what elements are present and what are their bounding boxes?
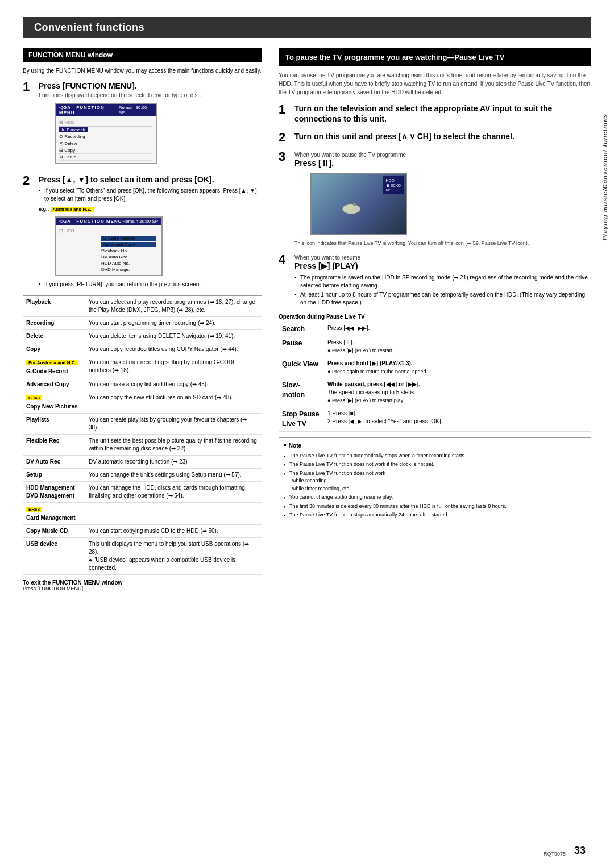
right-step-3-sublabel: When you want to pause the TV programme (294, 152, 406, 158)
eg-badge: Australia and N.Z. (51, 207, 94, 212)
op-desc-slowmotion: While paused, press [◀◀] or [▶▶].The spe… (324, 378, 591, 407)
func-desc-flexrec: The unit sets the best possible picture … (85, 435, 262, 456)
right-step-4-bullets: The programme is saved on the HDD in SP … (294, 274, 591, 307)
step-2-bullet-2-list: If you press [RETURN], you can return to… (39, 281, 262, 289)
note-list: The Pause Live TV function automatically… (284, 452, 586, 519)
op-row-slowmotion: Slow-motion While paused, press [◀◀] or … (279, 378, 591, 407)
step-2: 2 Press [▲, ▼] to select an item and pre… (23, 174, 262, 290)
right-step-4-bullet-2: At least 1 hour up to 8 hours of TV prog… (294, 291, 591, 307)
func-label-delete: Delete (23, 330, 85, 343)
func-desc-gcode: You can make timer recording setting by … (85, 356, 262, 378)
right-step-3-header: 3 When you want to pause the TV programm… (279, 151, 591, 168)
screen2-row-dvauto: DV Auto Rec (59, 254, 158, 260)
note-item-1: The Pause Live TV function automatically… (284, 452, 586, 460)
op-label-search: Search (279, 322, 324, 336)
func-row-gcode: For Australia and N.Z. G-Code Record You… (23, 356, 262, 378)
func-desc-copynew: You can copy the new still pictures on a… (85, 391, 262, 414)
op-label-pause: Pause (279, 336, 324, 357)
screen-1-header: ◁GA FUNCTION MENU Remain 30:00 SP (56, 104, 156, 116)
step-2-number: 2 (23, 174, 35, 187)
eg-label: e.g., (39, 206, 51, 212)
tv-screen: HDD ⏸ 00:00 SP (310, 173, 407, 235)
page-wrapper: Convenient functions FUNCTION MENU windo… (0, 0, 614, 868)
step-2-content: Press [▲, ▼] to select an item and press… (39, 174, 262, 290)
screen-1-remain: Remain 30:00 SP (119, 105, 152, 115)
func-label-recording: Recording (23, 317, 85, 330)
screen2-row-playno: Playback No. (59, 248, 158, 254)
func-desc-playback: You can select and play recorded program… (85, 296, 262, 317)
tv-screen-inner: HDD ⏸ 00:00 SP (312, 174, 406, 234)
right-step-1-header: 1 Turn on the television and select the … (279, 103, 591, 124)
left-column: FUNCTION MENU window By using the FUNCTI… (23, 48, 262, 591)
func-desc-hddmgt: You can manage the HDD, discs and cards … (85, 482, 262, 503)
tv-overlay: HDD ⏸ 00:00 SP (383, 176, 404, 194)
tv-caption: This icon indicates that Pause Live TV i… (294, 240, 591, 247)
note-title: Note (284, 441, 586, 450)
footer-text: Press [FUNCTION MENU]. (23, 586, 262, 591)
svg-point-1 (353, 203, 356, 206)
screen-2-brand: ◁GA FUNCTION MENU (59, 219, 122, 224)
func-desc-recording: You can start programming timer recordin… (85, 317, 262, 330)
func-label-musiccd: Copy Music CD (23, 525, 85, 538)
func-label-flexrec: Flexible Rec (23, 435, 85, 456)
step-1-sub: Functions displayed depend on the select… (39, 92, 262, 98)
right-step-4-sublabel: When you want to resume (294, 254, 360, 261)
func-row-cardmgt: EH68 Card Management (23, 503, 262, 525)
func-row-copy: Copy You can copy recorded titles using … (23, 343, 262, 356)
right-step-2-header: 2 Turn on this unit and press [∧ ∨ CH] t… (279, 131, 591, 144)
right-step-1-number: 1 (279, 103, 291, 116)
note-item-5: The first 30 minutes is deleted every 30… (284, 503, 586, 511)
func-row-recording: Recording You can start programming time… (23, 317, 262, 330)
right-step-3-title: Press [⏸]. (294, 158, 406, 168)
op-row-pause: Pause Press [⏸].● Press [▶] (PLAY) to re… (279, 336, 591, 357)
step-2-title: Press [▲, ▼] to select an item and press… (39, 174, 262, 185)
screen-row-setup: ⚙ Setup (59, 154, 152, 161)
right-step-3: 3 When you want to pause the TV programm… (279, 151, 591, 247)
func-desc-cardmgt (85, 503, 262, 525)
screen-row-delete: ✕ Delete (59, 140, 152, 147)
func-row-advcopy: Advanced Copy You can make a copy list a… (23, 378, 262, 391)
page-number: 33 (574, 845, 586, 857)
func-desc-advcopy: You can make a copy list and then copy (… (85, 378, 262, 391)
right-step-4-bullet-1: The programme is saved on the HDD in SP … (294, 274, 591, 290)
screen-2-remain: Remain 30:00 SP (122, 219, 158, 224)
func-desc-delete: You can delete items using DELETE Naviga… (85, 330, 262, 343)
func-row-flexrec: Flexible Rec The unit sets the best poss… (23, 435, 262, 456)
step-2-bullet-1: If you select "To Others" and press [OK]… (39, 187, 262, 203)
func-label-cardmgt: EH68 Card Management (23, 503, 85, 525)
note-item-2: The Pause Live TV function does not work… (284, 461, 586, 469)
op-table-header: Operation during Pause Live TV (279, 314, 591, 320)
right-step-2-number: 2 (279, 131, 291, 144)
right-step-4-number: 4 (279, 253, 291, 266)
right-step-2: 2 Turn on this unit and press [∧ ∨ CH] t… (279, 131, 591, 144)
screen-row-recording: ⊙ Recording (59, 133, 152, 140)
func-label-dvauto: DV Auto Rec (23, 456, 85, 469)
func-row-usb: USB device This unit displays the menu t… (23, 538, 262, 575)
screen-row-copy: ⊞ Copy (59, 147, 152, 154)
pause-heading: To pause the TV programme you are watchi… (279, 48, 591, 66)
note-box: Note The Pause Live TV function automati… (279, 437, 591, 524)
func-label-copynew: EH68 Copy New Pictures (23, 391, 85, 414)
screen-2-header: ◁GA FUNCTION MENU Remain 30:00 SP (56, 218, 161, 225)
func-row-dvauto: DV Auto Rec DV automatic recording funct… (23, 456, 262, 469)
footer-bold: To exit the FUNCTION MENU window (23, 579, 262, 586)
step-2-bullet-2: If you press [RETURN], you can return to… (39, 281, 262, 289)
func-label-usb: USB device (23, 538, 85, 575)
screen-1-body: ⊞ HDD ⊳ Playback ⊙ Recording (56, 116, 156, 163)
func-label-copy: Copy (23, 343, 85, 356)
func-row-hddmgt: HDD Management DVD Management You can ma… (23, 482, 262, 503)
function-table: Playback You can select and play recorde… (23, 295, 262, 575)
op-label-slowmotion: Slow-motion (279, 378, 324, 407)
op-label-stoppause: Stop PauseLive TV (279, 407, 324, 432)
step-1-content: Press [FUNCTION MENU]. Functions display… (39, 81, 262, 169)
func-label-advcopy: Advanced Copy (23, 378, 85, 391)
right-step-1-title: Turn on the television and select the ap… (294, 103, 591, 124)
note-item-6: The Pause Live TV function stops automat… (284, 511, 586, 519)
func-desc-setup: You can change the unit's settings using… (85, 469, 262, 482)
right-step-1: 1 Turn on the television and select the … (279, 103, 591, 124)
func-row-musiccd: Copy Music CD You can start copying musi… (23, 525, 262, 538)
op-row-quickview: Quick View Press and hold [▶] (PLAY/×1.3… (279, 357, 591, 378)
func-desc-dvauto: DV automatic recording function (➡ 23) (85, 456, 262, 469)
func-desc-playlists: You can create playlists by grouping you… (85, 414, 262, 435)
op-desc-stoppause: 1 Press [■].2 Press [◀, ▶] to select "Ye… (324, 407, 591, 432)
